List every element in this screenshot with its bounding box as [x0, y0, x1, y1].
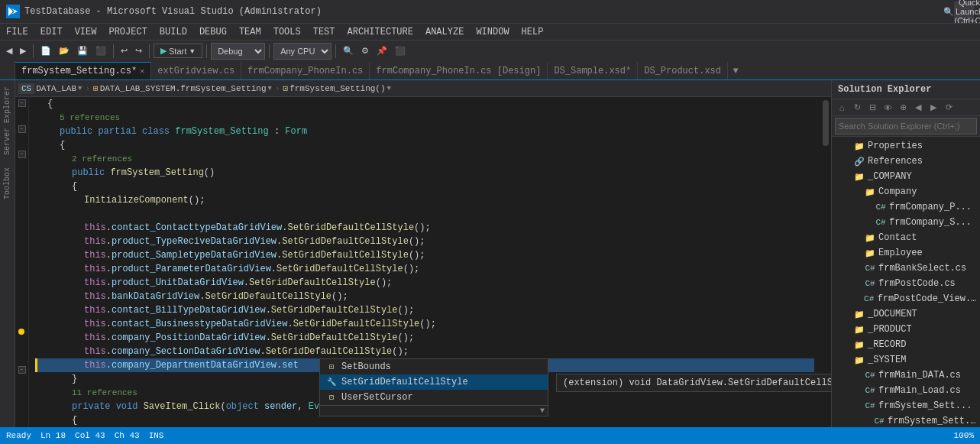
se-item-frmMainData[interactable]: C# frmMain_DATA.cs — [832, 368, 980, 383]
se-item-references[interactable]: 🔗 References — [832, 154, 980, 169]
se-item-system[interactable]: 📁 _SYSTEM — [832, 352, 980, 368]
se-home-btn[interactable]: ⌂ — [835, 101, 849, 115]
se-show-all-btn[interactable]: 👁 — [881, 101, 894, 115]
server-explorer-label[interactable]: Server Explorer — [3, 83, 11, 158]
menu-file[interactable]: FILE — [0, 24, 34, 41]
se-item-frmPostCode[interactable]: C# frmPostCode.cs — [832, 276, 980, 291]
tab-frmCompanyPhoneInDesign[interactable]: frmCompany_PhoneIn.cs [Design] — [370, 62, 548, 79]
autocomplete-item-setgrid[interactable]: 🔧 SetGridDefaultCellStyle — [320, 374, 548, 390]
se-item-frmcompany-s[interactable]: C# frmCompany_S... — [832, 215, 980, 230]
se-item-label: _PRODUCT — [868, 324, 912, 335]
method-icon-2: ⊡ — [326, 392, 337, 403]
new-file-btn[interactable]: 📄 — [37, 43, 54, 60]
open-btn[interactable]: 📂 — [56, 43, 73, 60]
autocomplete-dropdown[interactable]: ⊡ SetBounds 🔧 SetGridDefaultCellStyle ⊡ … — [319, 358, 548, 416]
solution-explorer-header: Solution Explorer — [832, 80, 980, 99]
menu-debug[interactable]: DEBUG — [193, 24, 233, 41]
se-item-employee[interactable]: 📁 Employee — [832, 245, 980, 261]
se-filter-btn[interactable]: ⊕ — [896, 101, 910, 115]
tool2-btn[interactable]: 📌 — [374, 43, 390, 60]
status-col: Col 43 — [75, 431, 105, 440]
tab-label: frmCompany_PhoneIn.cs [Design] — [376, 66, 541, 76]
window-controls: 🔍 Quick Launch (Ctrl+Q) — [954, 2, 974, 21]
se-item-label: _RECORD — [868, 339, 906, 350]
tab-extGridview[interactable]: extGridview.cs — [151, 62, 241, 79]
menu-edit[interactable]: EDIT — [34, 24, 69, 41]
app-icon — [6, 5, 20, 18]
search-quicklaunch[interactable]: 🔍 Quick Launch (Ctrl+Q) — [954, 2, 974, 21]
tool1-btn[interactable]: ⚙ — [358, 43, 372, 60]
folder-icon: 📁 — [864, 247, 876, 259]
se-item-frmPostCode-view[interactable]: C# frmPostCode_View... — [832, 291, 980, 306]
menu-build[interactable]: BUILD — [154, 24, 193, 41]
debug-mode-dropdown[interactable]: Debug Release — [211, 43, 265, 60]
se-item-contact[interactable]: 📁 Contact — [832, 230, 980, 245]
se-item-company-root[interactable]: 📁 _COMPANY — [832, 169, 980, 184]
tab-label: DS_Sample.xsd* — [554, 66, 631, 76]
title-text: TestDatabase - Microsoft Visual Studio (… — [24, 6, 954, 17]
se-item-frmMainLoad[interactable]: C# frmMain_Load.cs — [832, 383, 980, 398]
autocomplete-item-setbounds[interactable]: ⊡ SetBounds — [320, 359, 548, 374]
tab-dsProduct[interactable]: DS_Product.xsd — [638, 62, 728, 79]
tab-frmSystemSetting[interactable]: frmSystem_Setting.cs* ✕ — [15, 62, 151, 79]
menu-team[interactable]: TEAM — [233, 24, 267, 41]
save-btn[interactable]: 💾 — [74, 43, 91, 60]
tab-overflow-btn[interactable]: ▼ — [728, 62, 743, 79]
start-button[interactable]: ▶ Start ▼ — [154, 44, 202, 58]
tab-frmCompanyPhoneIn[interactable]: frmCompany_PhoneIn.cs — [241, 62, 370, 79]
se-item-frmBankSelect[interactable]: C# frmBankSelect.cs — [832, 261, 980, 276]
autocomplete-item-usersetcursor[interactable]: ⊡ UserSetCursor — [320, 390, 548, 405]
menu-help[interactable]: HELP — [516, 24, 550, 41]
code-line: this.product_TypeReciveDataGridView.SetG… — [35, 235, 814, 248]
se-item-frmSystemSetting1[interactable]: C# frmSystem_Sett... — [832, 398, 980, 413]
se-item-product[interactable]: 📁 _PRODUCT — [832, 322, 980, 337]
se-item-document[interactable]: 📁 _DOCUMENT — [832, 306, 980, 322]
forward-btn[interactable]: ▶ — [17, 43, 29, 60]
collapse-btn-3[interactable]: - — [18, 151, 26, 158]
collapse-btn-4[interactable]: - — [18, 366, 26, 374]
se-item-frmcompany-p[interactable]: C# frmCompany_P... — [832, 199, 980, 215]
code-line-ref: 5 references — [35, 111, 814, 125]
menu-view[interactable]: VIEW — [69, 24, 103, 41]
se-nav-back[interactable]: ◀ — [911, 101, 925, 115]
se-collapse-btn[interactable]: ⊟ — [865, 101, 879, 115]
class-arrow[interactable]: ▼ — [268, 85, 272, 92]
close-tab-icon[interactable]: ✕ — [140, 66, 144, 76]
collapse-btn[interactable]: - — [18, 99, 26, 107]
namespace-arrow[interactable]: ▼ — [78, 85, 82, 92]
tool3-btn[interactable]: ⬛ — [392, 43, 409, 60]
cs-file-icon: C# — [864, 277, 876, 290]
solution-explorer-search[interactable] — [835, 118, 977, 134]
tab-dsSample[interactable]: DS_Sample.xsd* — [548, 62, 638, 79]
menu-architecture[interactable]: ARCHITECTURE — [341, 24, 419, 41]
toolbox-label[interactable]: Toolbox — [3, 164, 11, 203]
redo-btn[interactable]: ↪ — [132, 43, 145, 60]
menu-test[interactable]: TEST — [307, 24, 341, 41]
platform-dropdown[interactable]: Any CPU — [273, 43, 332, 60]
se-item-company[interactable]: 📁 Company — [832, 184, 980, 199]
back-btn[interactable]: ◀ — [3, 43, 15, 60]
scrollbar-thumb[interactable] — [823, 100, 829, 146]
class-segment: ⊞ DATA_LAB_SYSTEM.frmSystem_Setting ▼ — [93, 83, 272, 93]
se-item-record[interactable]: 📁 _RECORD — [832, 337, 980, 352]
save-all-btn[interactable]: ⬛ — [92, 43, 109, 60]
menu-project[interactable]: PROJECT — [102, 24, 153, 41]
undo-btn[interactable]: ↩ — [118, 43, 131, 60]
menu-analyze[interactable]: ANALYZE — [419, 24, 470, 41]
menu-tools[interactable]: TOOLS — [267, 24, 307, 41]
se-item-label: frmMain_DATA.cs — [878, 370, 961, 381]
se-tree: 📁 Properties 🔗 References 📁 — [832, 137, 980, 427]
find-btn[interactable]: 🔍 — [340, 43, 357, 60]
method-arrow[interactable]: ▼ — [387, 85, 391, 92]
se-refresh-btn[interactable]: ↻ — [850, 101, 864, 115]
se-item-properties[interactable]: 📁 Properties — [832, 138, 980, 154]
se-sync-btn[interactable]: ⟳ — [942, 101, 956, 115]
menu-window[interactable]: WINDOW — [470, 24, 515, 41]
collapse-btn-2[interactable]: - — [18, 125, 26, 133]
solution-explorer: Solution Explorer ⌂ ↻ ⊟ 👁 ⊕ ◀ ▶ ⟳ — [831, 80, 980, 427]
cs-file-icon: C# — [864, 384, 876, 397]
class-icon: ⊞ — [93, 83, 99, 93]
se-item-frmSystemSetting2[interactable]: C# frmSystem_Sett... — [832, 413, 980, 427]
se-nav-forward[interactable]: ▶ — [927, 101, 940, 115]
code-line: this.product_ParameterDataGridView.SetGr… — [35, 262, 814, 276]
